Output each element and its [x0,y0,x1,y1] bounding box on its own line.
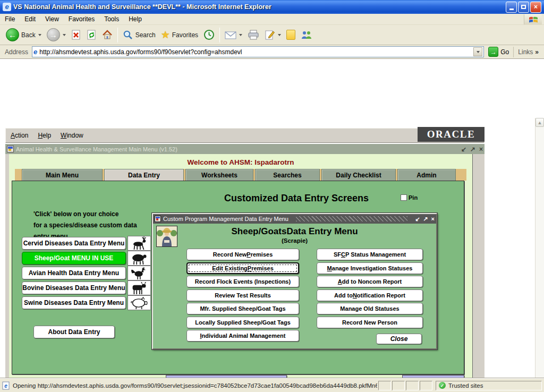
tab-main-menu[interactable]: Main Menu [22,169,103,181]
add-to-notification-report-button[interactable]: Add to Notification Report [317,289,423,301]
toolbar-separator [219,28,220,42]
individual-animal-management-button[interactable]: Individual Animal Management [186,330,299,342]
menu-help[interactable]: Help [124,15,147,23]
data-entry-panel: Customized Data Entry Screens Pin 'Click… [12,181,464,374]
menu-oracle-help[interactable]: Help [33,132,56,139]
security-zone: ✓ Trusted sites [436,381,542,390]
manage-old-statuses-button[interactable]: Manage Old Statuses [317,303,423,314]
dialog-close-button[interactable]: Close [376,334,422,344]
dialog-minimize-icon[interactable]: ↙ [415,216,420,223]
sheep-icon [128,251,151,266]
oracle-applet: Action Help Window ORACLE Animal Health … [5,127,484,392]
tab-strip: Main Menu Data Entry Worksheets Searches… [15,169,466,181]
bovine-menu-button[interactable]: Bovine Diseases Data Entry Menu [22,282,126,294]
address-page-icon: e [33,48,37,56]
tab-daily-checklist[interactable]: Daily Checklist [321,169,396,181]
form-window-icon [7,146,14,152]
refresh-button[interactable] [84,27,99,44]
pin-control[interactable]: Pin [401,194,418,201]
history-button[interactable] [201,27,217,44]
edit-icon [265,30,275,40]
mail-icon [225,30,236,40]
tab-admin[interactable]: Admin [397,169,456,181]
mdi-title: Animal Health & Surveillance Management … [16,146,177,152]
dialog-close-icon[interactable]: × [431,216,435,223]
record-new-person-button[interactable]: Record New Person [317,317,423,328]
about-data-entry-button[interactable]: About Data Entry [33,326,115,338]
menu-tools[interactable]: Tools [99,15,124,23]
windows-logo-icon [524,14,542,24]
menu-action[interactable]: Action [6,132,33,139]
sheep-goat-menu-button[interactable]: Sheep/Goat MENU IN USE [22,252,126,265]
dialog-window-icon [155,216,161,222]
dialog-drag-pattern[interactable] [296,216,407,221]
go-label: Go [500,48,509,56]
menu-favorites[interactable]: Favorites [64,15,99,23]
review-test-results-button[interactable]: Review Test Results [186,289,299,301]
stop-button[interactable] [69,27,84,44]
record-new-premises-button[interactable]: Record New Premises [186,249,299,260]
tab-data-entry[interactable]: Data Entry [104,169,184,181]
back-button[interactable]: ← Back [3,27,44,44]
back-dropdown-icon[interactable] [38,34,41,36]
forward-button[interactable]: → [44,27,69,44]
minimize-button[interactable] [506,2,517,13]
mail-button[interactable] [222,27,245,44]
go-button[interactable]: → Go [484,47,513,57]
links-button[interactable]: Links » [513,47,543,57]
back-icon: ← [6,28,19,41]
pin-checkbox[interactable] [401,194,407,201]
svg-text:e: e [4,383,7,389]
history-icon [203,29,215,40]
chevron-right-icon: » [535,48,539,56]
tab-searches[interactable]: Searches [255,169,320,181]
edit-dropdown-icon[interactable] [278,34,281,36]
tab-worksheets[interactable]: Worksheets [185,169,253,181]
cervid-menu-button[interactable]: Cervid Diseases Data Entry Menu [22,237,126,250]
edit-button[interactable] [262,27,284,44]
mfr-supplied-tags-button[interactable]: Mfr. Supplied Sheep/Goat Tags [186,303,299,314]
vertical-scrollbar[interactable]: ▲ ▼ [535,118,544,392]
window-titlebar[interactable]: e VS National Animal Health and Surveill… [0,0,544,14]
swine-menu-button[interactable]: Swine Diseases Data Entry Menu [22,296,126,309]
pig-icon [128,295,151,310]
dialog-restore-icon[interactable]: ↗ [423,216,428,223]
mdi-restore-icon[interactable]: ↗ [470,146,475,153]
cow-icon [128,280,151,295]
menu-view[interactable]: View [40,15,64,23]
forward-dropdown-icon[interactable] [63,34,66,36]
deer-icon [128,236,151,251]
search-button[interactable]: Search [120,27,158,44]
address-dropdown-button[interactable] [473,47,482,56]
maximize-button[interactable] [518,2,529,13]
notes-button[interactable] [284,27,298,44]
menu-file[interactable]: File [0,15,20,23]
favorites-button[interactable]: ★ Favorites [158,27,201,44]
menu-window[interactable]: Window [56,132,88,139]
mail-dropdown-icon[interactable] [239,34,242,36]
print-button[interactable] [245,27,262,44]
record-flock-events-button[interactable]: Record Flock Events (Inspections) [186,276,299,287]
avian-menu-button[interactable]: Avian Health Data Entry Menu [22,267,126,279]
dialog-titlebar[interactable]: Custom Program Management Data Entry Men… [153,214,436,224]
browser-toolbar: ← Back → Search ★ Favorites [0,25,544,45]
loading-page-icon: e [2,381,10,390]
mdi-titlebar[interactable]: Animal Health & Surveillance Management … [5,144,484,154]
mdi-close-icon[interactable]: × [479,146,483,153]
add-to-noncom-report-button[interactable]: Add to Noncom Report [317,276,423,287]
manage-investigation-statuses-button[interactable]: Manage Investigation Statuses [317,262,423,274]
scroll-up-icon[interactable]: ▲ [536,118,544,127]
address-url[interactable]: http://ahsmdevtest.aphis.usda.gov/forms9… [39,48,471,56]
address-label: Address [1,48,32,56]
edit-existing-premises-button[interactable]: Edit Existing Premises [186,262,299,274]
mdi-minimize-icon[interactable]: ↙ [461,146,466,153]
menu-edit[interactable]: Edit [20,15,40,23]
home-button[interactable] [99,27,115,44]
messenger-button[interactable] [298,27,315,44]
address-bar: Address e http://ahsmdevtest.aphis.usda.… [0,45,544,59]
locally-supplied-tags-button[interactable]: Locally Supplied Sheep/Goat Tags [186,317,299,328]
address-input[interactable]: e http://ahsmdevtest.aphis.usda.gov/form… [32,46,484,57]
sfcp-status-management-button[interactable]: SFCP Status Management [317,249,423,260]
sheep-goat-dialog: Custom Program Management Data Entry Men… [152,213,437,350]
close-button[interactable]: × [530,2,541,13]
